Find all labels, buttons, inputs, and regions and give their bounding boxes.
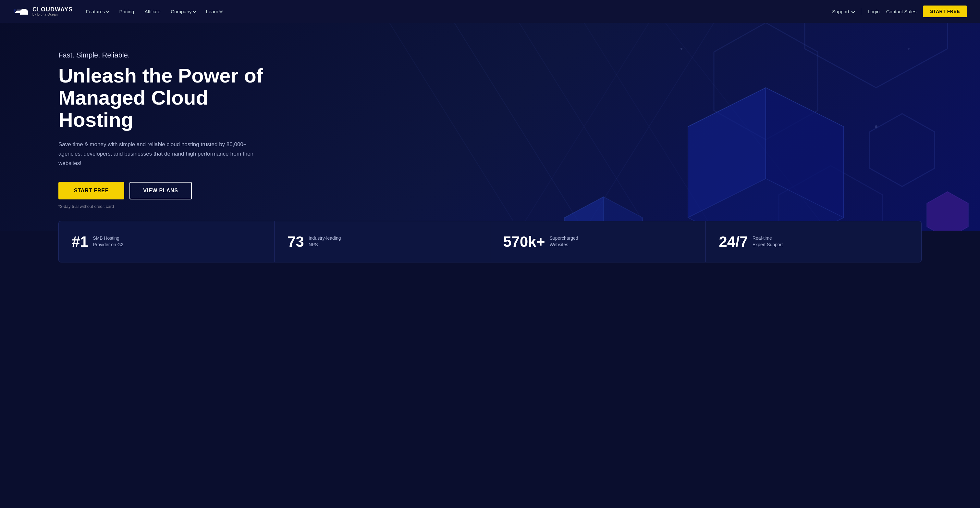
svg-marker-25 (714, 23, 818, 140)
svg-marker-24 (805, 23, 948, 88)
svg-line-9 (390, 23, 649, 231)
stat-label-websites: SuperchargedWebsites (550, 235, 578, 248)
navbar: CLOUDWAYS by DigitalOcean Features Prici… (0, 0, 980, 23)
stat-number-support: 24/7 (719, 233, 748, 251)
nav-support-link[interactable]: Support (832, 9, 854, 14)
hero-trial-note: *3-day trial without credit card (59, 204, 286, 209)
chevron-down-icon (106, 9, 109, 13)
nav-contact-sales-link[interactable]: Contact Sales (886, 9, 916, 14)
svg-marker-29 (688, 88, 844, 231)
nav-left: CLOUDWAYS by DigitalOcean Features Prici… (13, 5, 222, 17)
nav-item-company[interactable]: Company (171, 9, 195, 14)
nav-start-free-button[interactable]: START FREE (923, 5, 967, 17)
stat-label-nps: Industry-leadingNPS (309, 235, 341, 248)
stat-item-support: 24/7 Real-timeExpert Support (706, 221, 921, 262)
nav-item-affiliate[interactable]: Affiliate (145, 9, 160, 14)
hero-view-plans-button[interactable]: VIEW PLANS (129, 182, 192, 200)
svg-marker-31 (766, 88, 844, 217)
svg-point-19 (681, 48, 682, 50)
logo[interactable]: CLOUDWAYS by DigitalOcean (13, 5, 73, 17)
nav-item-features[interactable]: Features (86, 9, 109, 14)
stat-number-websites: 570k+ (503, 233, 545, 251)
svg-line-12 (584, 23, 908, 231)
stat-label-support: Real-timeExpert Support (752, 235, 783, 248)
stat-item-websites: 570k+ SuperchargedWebsites (490, 221, 706, 262)
svg-marker-30 (688, 88, 766, 217)
svg-rect-1 (14, 11, 15, 13)
nav-item-pricing[interactable]: Pricing (119, 9, 134, 14)
hero-section: Fast. Simple. Reliable. Unleash the Powe… (0, 23, 980, 231)
chevron-down-icon (851, 10, 855, 13)
hero-buttons: START FREE VIEW PLANS (59, 182, 286, 200)
hero-start-free-button[interactable]: START FREE (59, 182, 124, 200)
svg-line-11 (519, 23, 779, 231)
hero-content: Fast. Simple. Reliable. Unleash the Powe… (59, 51, 286, 209)
stat-number-smb: #1 (72, 233, 88, 251)
logo-icon (13, 5, 29, 17)
hero-description: Save time & money with simple and reliab… (59, 140, 259, 168)
stats-bar: #1 SMB HostingProvider on G2 73 Industry… (59, 221, 921, 262)
svg-marker-26 (870, 114, 935, 187)
nav-item-learn[interactable]: Learn (206, 9, 222, 14)
stat-item-smb: #1 SMB HostingProvider on G2 (59, 221, 275, 262)
svg-point-21 (908, 48, 910, 50)
nav-login-link[interactable]: Login (868, 9, 880, 14)
svg-line-10 (454, 23, 714, 231)
nav-divider (861, 8, 861, 14)
svg-marker-33 (927, 192, 968, 231)
stat-label-smb: SMB HostingProvider on G2 (93, 235, 123, 248)
svg-line-15 (454, 23, 714, 231)
nav-right: Support Login Contact Sales START FREE (832, 5, 967, 17)
svg-line-14 (519, 23, 779, 231)
chevron-down-icon (219, 9, 223, 13)
nav-links: Features Pricing Affiliate Company (86, 9, 222, 14)
hero-tagline: Fast. Simple. Reliable. (59, 51, 286, 59)
stat-item-nps: 73 Industry-leadingNPS (275, 221, 490, 262)
svg-line-13 (325, 23, 584, 231)
logo-text: CLOUDWAYS by DigitalOcean (32, 6, 73, 17)
chevron-down-icon (192, 9, 196, 13)
hero-title: Unleash the Power ofManaged Cloud Hostin… (59, 65, 286, 131)
stat-number-nps: 73 (288, 233, 304, 251)
svg-rect-8 (20, 12, 28, 14)
svg-point-20 (875, 125, 877, 128)
svg-rect-0 (14, 10, 16, 11)
